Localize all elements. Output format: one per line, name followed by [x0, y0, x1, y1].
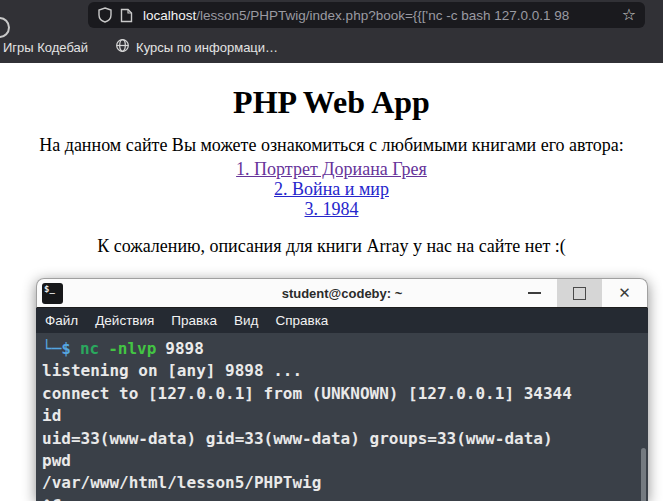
minimize-button[interactable]: [512, 279, 557, 307]
book-link-2[interactable]: 2. Война и мир: [0, 179, 663, 199]
page-info-icon[interactable]: [120, 8, 133, 23]
terminal-output-line: listening on [any] 9898 ...: [42, 360, 648, 382]
close-button[interactable]: ✕: [602, 279, 647, 307]
terminal-body[interactable]: └─$nc-nlvp9898 listening on [any] 9898 .…: [36, 333, 648, 501]
prompt-line: └─$nc-nlvp9898: [42, 338, 648, 360]
prompt-symbol: └─$: [42, 339, 71, 358]
menu-file[interactable]: Файл: [45, 313, 78, 328]
url-host: localhost: [143, 8, 196, 23]
maximize-button[interactable]: [557, 279, 602, 307]
menu-view[interactable]: Вид: [234, 313, 258, 328]
prompt-arg: 9898: [165, 339, 204, 358]
terminal-output-line: connect to [127.0.0.1] from (UNKNOWN) [1…: [42, 383, 648, 405]
terminal-output-line: /var/www/html/lesson5/PHPTwig: [42, 472, 648, 494]
terminal-window: $_ student@codeby: ~ ✕ Файл Действия Пра…: [36, 278, 648, 501]
bookmark-label: Курсы по информаци…: [136, 40, 278, 55]
menu-help[interactable]: Справка: [275, 313, 328, 328]
terminal-output-line: id: [42, 405, 648, 427]
shield-icon[interactable]: [97, 7, 113, 23]
menu-actions[interactable]: Действия: [95, 313, 154, 328]
scrollbar-thumb[interactable]: [641, 448, 646, 501]
terminal-output-line: uid=33(www-data) gid=33(www-data) groups…: [42, 428, 648, 450]
url-text[interactable]: localhost/lesson5/PHPTwig/index.php?book…: [143, 8, 617, 23]
terminal-titlebar[interactable]: $_ student@codeby: ~ ✕: [36, 278, 648, 308]
page-title: PHP Web App: [0, 84, 663, 121]
url-bar[interactable]: localhost/lesson5/PHPTwig/index.php?book…: [88, 2, 645, 28]
intro-text: На данном сайте Вы можете ознакомиться с…: [0, 135, 663, 156]
terminal-output-line: ^C: [42, 495, 648, 501]
menu-edit[interactable]: Правка: [171, 313, 217, 328]
window-buttons: ✕: [512, 279, 647, 307]
prompt-command: nc: [80, 339, 99, 358]
url-fade: [581, 4, 615, 26]
terminal-output-line: pwd: [42, 450, 648, 472]
bookmark-star-icon[interactable]: ☆: [622, 7, 636, 23]
url-path: /lesson5/PHPTwig/index.php?book={{['nc -…: [196, 8, 569, 23]
error-message: К сожалению, описания для книги Array у …: [0, 236, 663, 257]
book-link-1[interactable]: 1. Портрет Дориана Грея: [0, 159, 663, 179]
book-link-3[interactable]: 3. 1984: [0, 199, 663, 219]
terminal-icon: $_: [42, 283, 63, 304]
prompt-flags: -nlvp: [108, 339, 156, 358]
bookmarks-bar: Игры Кодебай Курсы по информаци…: [0, 33, 663, 61]
book-links: 1. Портрет Дориана Грея 2. Война и мир 3…: [0, 159, 663, 219]
terminal-menubar: Файл Действия Правка Вид Справка: [36, 308, 648, 333]
bookmark-label: Игры Кодебай: [3, 40, 88, 55]
bookmark-item-courses[interactable]: Курсы по информаци…: [115, 38, 278, 56]
bookmark-item-codeby[interactable]: Игры Кодебай: [3, 40, 88, 55]
globe-icon: [115, 38, 130, 56]
